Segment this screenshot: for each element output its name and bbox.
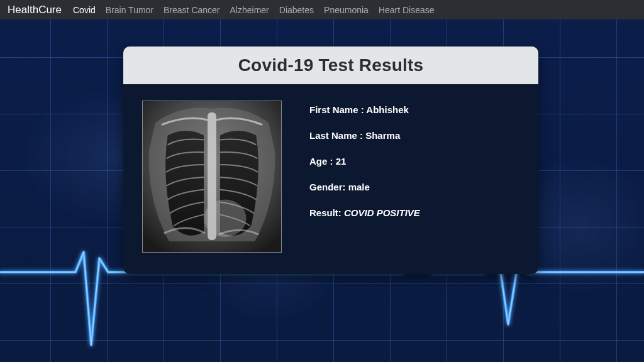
age-label: Age : (309, 156, 333, 167)
nav-link-covid[interactable]: Covid (73, 5, 96, 15)
nav-links: Covid Brain Tumor Breast Cancer Alzheime… (73, 5, 435, 15)
nav-link-heart-disease[interactable]: Heart Disease (379, 5, 435, 15)
nav-link-breast-cancer[interactable]: Breast Cancer (164, 5, 219, 15)
card-title: Covid-19 Test Results (238, 55, 424, 75)
last-name-label: Last Name : (309, 130, 363, 141)
brand[interactable]: HealthCure (8, 4, 62, 16)
nav-link-alzheimer[interactable]: Alzheimer (230, 5, 269, 15)
last-name-row: Last Name : Sharma (309, 130, 420, 141)
gender-label: Gender: (309, 182, 346, 192)
result-value: COVID POSITIVE (344, 207, 420, 218)
patient-details: First Name : Abhishek Last Name : Sharma… (309, 101, 420, 218)
result-row: Result: COVID POSITIVE (309, 207, 420, 218)
age-row: Age : 21 (309, 156, 420, 167)
first-name-row: First Name : Abhishek (309, 104, 420, 115)
gender-row: Gender: male (309, 182, 420, 192)
first-name-value: Abhishek (366, 104, 409, 115)
age-value: 21 (336, 156, 347, 167)
first-name-label: First Name : (309, 104, 364, 115)
nav-link-pneumonia[interactable]: Pneumonia (324, 5, 369, 15)
card-header: Covid-19 Test Results (123, 47, 538, 84)
nav-link-diabetes[interactable]: Diabetes (279, 5, 314, 15)
xray-image (142, 101, 282, 253)
last-name-value: Sharma (365, 130, 400, 141)
results-card: Covid-19 Test Results (123, 47, 538, 274)
navbar: HealthCure Covid Brain Tumor Breast Canc… (0, 0, 644, 19)
nav-link-brain-tumor[interactable]: Brain Tumor (106, 5, 153, 15)
card-body: First Name : Abhishek Last Name : Sharma… (123, 84, 538, 274)
result-label: Result: (309, 207, 341, 218)
gender-value: male (348, 182, 370, 192)
